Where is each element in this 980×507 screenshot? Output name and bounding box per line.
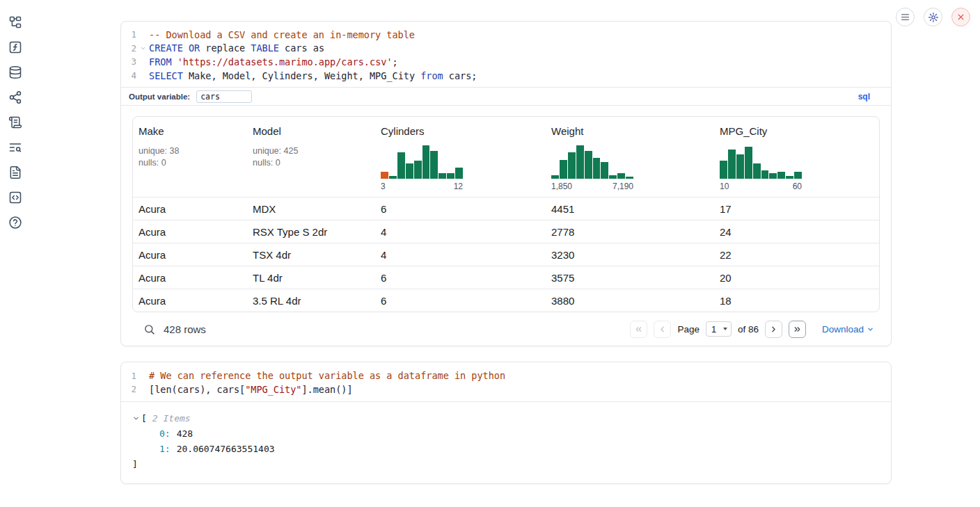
chevrons-right-icon: [793, 325, 802, 334]
next-page-button[interactable]: [765, 321, 782, 338]
line-number: 3: [121, 56, 136, 67]
table-cell: 4451: [546, 203, 714, 215]
sql-cell: 1-- Download a CSV and create an in-memo…: [120, 21, 892, 346]
table-row[interactable]: AcuraTL 4dr6357520: [133, 266, 879, 289]
sql-code-editor[interactable]: 1-- Download a CSV and create an in-memo…: [121, 22, 891, 87]
histogram-bar: [414, 161, 422, 179]
column-name: Make: [139, 125, 242, 137]
shutdown-button[interactable]: [951, 8, 970, 26]
data-table: Makeunique: 38nulls: 0Modelunique: 425nu…: [132, 116, 880, 312]
table-cell: Acura: [133, 272, 247, 284]
table-cell: Acura: [133, 226, 247, 238]
histogram-bar: [626, 177, 633, 179]
settings-button[interactable]: [924, 8, 942, 26]
documentation-icon[interactable]: [8, 166, 22, 179]
menu-button[interactable]: [896, 8, 915, 26]
axis-max: 12: [454, 182, 463, 191]
histogram-bar: [753, 163, 761, 179]
column-header[interactable]: Cylinders312: [375, 117, 546, 197]
line-number: 2: [121, 384, 136, 394]
table-row[interactable]: AcuraTSX 4dr4323022: [133, 243, 879, 266]
column-histogram: 312: [381, 144, 463, 191]
scratchpad-icon[interactable]: [8, 115, 22, 129]
table-cell: 6: [375, 295, 546, 307]
histogram-bar: [617, 173, 625, 179]
table-cell: 2778: [546, 226, 714, 238]
chevron-right-icon: [769, 325, 778, 334]
table-row[interactable]: AcuraRSX Type S 2dr4277824: [133, 220, 879, 243]
tree-value: 20.060747663551403: [177, 442, 275, 457]
histogram-axis: 312: [381, 182, 463, 191]
code-text: [len(cars), cars["MPG_City"].mean()]: [149, 384, 353, 395]
table-cell: 6: [375, 203, 546, 215]
histogram-bar: [720, 161, 727, 179]
histogram-bar: [745, 147, 752, 179]
database-icon[interactable]: [8, 65, 22, 79]
fold-toggle-icon[interactable]: [136, 45, 149, 51]
notebook: 1-- Download a CSV and create an in-memo…: [120, 21, 892, 484]
column-name: Weight: [551, 125, 709, 137]
tree-key: 1:: [159, 442, 171, 457]
python-cell: 1# We can reference the output variable …: [120, 362, 892, 483]
prev-page-button[interactable]: [654, 321, 671, 338]
column-header[interactable]: Weight1,8507,190: [546, 117, 714, 197]
output-tree: [2 Items0:4281:20.060747663551403]: [121, 401, 891, 483]
row-count: 428 rows: [164, 323, 206, 335]
tree-key: 0:: [159, 426, 171, 442]
table-row[interactable]: AcuraMDX6445117: [133, 197, 879, 220]
code-line: 2[len(cars), cars["MPG_City"].mean()]: [121, 383, 891, 396]
column-stats: unique: 38nulls: 0: [139, 145, 242, 169]
histogram-bar: [576, 145, 584, 179]
snippets-icon[interactable]: [8, 191, 22, 204]
code-text: FROM 'https://datasets.marimo.app/cars.c…: [149, 56, 398, 67]
table-cell: 22: [714, 249, 879, 261]
python-code-editor[interactable]: 1# We can reference the output variable …: [121, 362, 891, 401]
histogram-bar: [406, 163, 413, 179]
histogram-bar: [551, 175, 559, 179]
column-header[interactable]: MPG_City1060: [714, 117, 879, 197]
cell-output: Makeunique: 38nulls: 0Modelunique: 425nu…: [121, 106, 891, 346]
function-icon[interactable]: [8, 40, 22, 54]
histogram-bar: [601, 162, 608, 179]
code-line: 3FROM 'https://datasets.marimo.app/cars.…: [121, 55, 891, 69]
histogram-bar: [761, 170, 769, 179]
chevrons-left-icon: [634, 325, 643, 334]
code-text: SELECT Make, Model, Cylinders, Weight, M…: [149, 70, 477, 81]
table-header: Makeunique: 38nulls: 0Modelunique: 425nu…: [133, 117, 879, 197]
table-cell: 17: [714, 203, 879, 215]
column-header[interactable]: Modelunique: 425nulls: 0: [247, 117, 375, 197]
help-icon[interactable]: [8, 216, 22, 230]
page-total: of 86: [738, 324, 759, 335]
histogram-bars: [381, 144, 463, 179]
column-histogram: 1060: [720, 144, 802, 191]
histogram-bar: [736, 154, 744, 179]
table-cell: 3.5 RL 4dr: [247, 295, 375, 307]
last-page-button[interactable]: [789, 321, 806, 338]
language-badge[interactable]: sql: [858, 92, 870, 102]
axis-min: 1,850: [551, 182, 572, 191]
dependency-graph-icon[interactable]: [8, 90, 22, 104]
table-cell: Acura: [133, 295, 247, 307]
page-label: Page: [677, 324, 700, 335]
table-cell: 3880: [546, 295, 714, 307]
line-number: 1: [121, 29, 136, 40]
first-page-button[interactable]: [630, 321, 647, 338]
table-cell: 20: [714, 272, 879, 284]
table-cell: 6: [375, 272, 546, 284]
search-icon[interactable]: [143, 323, 155, 335]
page-select[interactable]: 1: [706, 321, 732, 337]
chevron-left-icon: [658, 325, 667, 334]
histogram-bar: [609, 175, 617, 179]
tree-entry: 1:20.060747663551403: [121, 442, 891, 457]
column-header[interactable]: Makeunique: 38nulls: 0: [133, 117, 247, 197]
histogram-axis: 1,8507,190: [551, 182, 633, 191]
table-cell: 4: [375, 226, 546, 238]
file-tree-icon[interactable]: [8, 15, 22, 29]
collapse-icon[interactable]: [132, 415, 140, 422]
table-row[interactable]: Acura3.5 RL 4dr6388018: [133, 289, 879, 312]
axis-min: 10: [720, 182, 729, 191]
table-cell: RSX Type S 2dr: [247, 226, 375, 238]
download-button[interactable]: Download: [822, 324, 874, 335]
output-variable-input[interactable]: [196, 90, 252, 103]
logs-icon[interactable]: [8, 140, 22, 154]
